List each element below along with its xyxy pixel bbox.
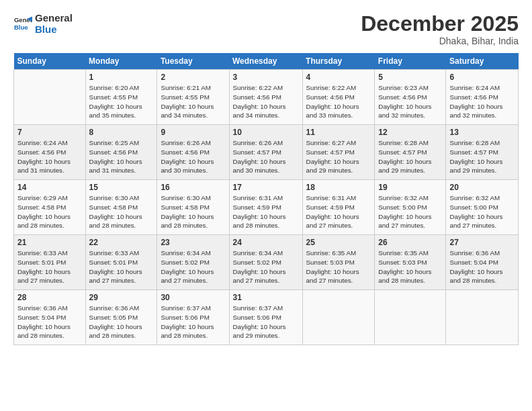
day-info: Sunrise: 6:37 AM Sunset: 5:06 PM Dayligh… — [233, 304, 299, 340]
day-number: 19 — [378, 183, 442, 192]
calendar-cell: 28Sunrise: 6:36 AM Sunset: 5:04 PM Dayli… — [14, 290, 86, 345]
calendar-cell: 22Sunrise: 6:33 AM Sunset: 5:01 PM Dayli… — [85, 235, 157, 290]
calendar-cell — [14, 70, 86, 125]
day-info: Sunrise: 6:28 AM Sunset: 4:57 PM Dayligh… — [378, 138, 442, 175]
day-info: Sunrise: 6:34 AM Sunset: 5:02 PM Dayligh… — [161, 248, 225, 285]
col-friday: Friday — [375, 53, 446, 70]
day-number: 21 — [17, 238, 82, 247]
day-number: 9 — [161, 128, 225, 137]
day-number: 16 — [161, 183, 225, 192]
week-row-1: 1Sunrise: 6:20 AM Sunset: 4:55 PM Daylig… — [14, 70, 519, 125]
calendar-cell: 7Sunrise: 6:24 AM Sunset: 4:56 PM Daylig… — [14, 125, 86, 180]
calendar-cell: 25Sunrise: 6:35 AM Sunset: 5:03 PM Dayli… — [302, 235, 375, 290]
day-info: Sunrise: 6:25 AM Sunset: 4:56 PM Dayligh… — [89, 138, 154, 175]
calendar-cell — [375, 290, 446, 345]
day-number: 27 — [449, 238, 515, 247]
logo-blue: Blue — [35, 24, 73, 35]
header-row: Sunday Monday Tuesday Wednesday Thursday… — [14, 53, 519, 70]
day-info: Sunrise: 6:36 AM Sunset: 5:05 PM Dayligh… — [89, 304, 154, 340]
day-number: 6 — [449, 73, 515, 82]
calendar-cell: 5Sunrise: 6:23 AM Sunset: 4:56 PM Daylig… — [375, 70, 446, 125]
day-number: 25 — [306, 238, 371, 247]
day-info: Sunrise: 6:35 AM Sunset: 5:03 PM Dayligh… — [306, 248, 371, 285]
calendar-cell — [446, 290, 519, 345]
calendar-cell: 11Sunrise: 6:27 AM Sunset: 4:57 PM Dayli… — [302, 125, 375, 180]
calendar-cell: 19Sunrise: 6:32 AM Sunset: 5:00 PM Dayli… — [375, 180, 446, 235]
day-number: 15 — [89, 183, 154, 192]
day-number: 11 — [306, 128, 371, 137]
title-block: December 2025 Dhaka, Bihar, India — [361, 12, 519, 46]
day-info: Sunrise: 6:37 AM Sunset: 5:06 PM Dayligh… — [161, 304, 225, 340]
col-thursday: Thursday — [302, 53, 375, 70]
calendar-cell — [302, 290, 375, 345]
day-number: 8 — [89, 128, 154, 137]
day-info: Sunrise: 6:23 AM Sunset: 4:56 PM Dayligh… — [378, 83, 442, 120]
day-number: 18 — [306, 183, 371, 192]
day-info: Sunrise: 6:34 AM Sunset: 5:02 PM Dayligh… — [233, 248, 299, 285]
calendar-cell: 18Sunrise: 6:31 AM Sunset: 4:59 PM Dayli… — [302, 180, 375, 235]
calendar-cell: 27Sunrise: 6:36 AM Sunset: 5:04 PM Dayli… — [446, 235, 519, 290]
calendar-cell: 2Sunrise: 6:21 AM Sunset: 4:55 PM Daylig… — [157, 70, 229, 125]
calendar-table: Sunday Monday Tuesday Wednesday Thursday… — [13, 53, 519, 345]
day-info: Sunrise: 6:35 AM Sunset: 5:03 PM Dayligh… — [378, 248, 442, 285]
logo: General Blue General Blue — [13, 12, 73, 36]
day-number: 28 — [17, 293, 82, 302]
day-number: 3 — [233, 73, 299, 82]
day-number: 14 — [17, 183, 82, 192]
day-info: Sunrise: 6:36 AM Sunset: 5:04 PM Dayligh… — [17, 304, 82, 340]
month-title: December 2025 — [361, 12, 519, 36]
logo-general: General — [35, 12, 73, 24]
day-info: Sunrise: 6:30 AM Sunset: 4:58 PM Dayligh… — [161, 193, 225, 230]
day-info: Sunrise: 6:22 AM Sunset: 4:56 PM Dayligh… — [306, 83, 371, 120]
calendar-cell: 31Sunrise: 6:37 AM Sunset: 5:06 PM Dayli… — [229, 290, 302, 345]
calendar-cell: 21Sunrise: 6:33 AM Sunset: 5:01 PM Dayli… — [14, 235, 86, 290]
day-number: 30 — [161, 293, 225, 302]
calendar-cell: 4Sunrise: 6:22 AM Sunset: 4:56 PM Daylig… — [302, 70, 375, 125]
col-wednesday: Wednesday — [229, 53, 302, 70]
calendar-cell: 15Sunrise: 6:30 AM Sunset: 4:58 PM Dayli… — [85, 180, 157, 235]
calendar-cell: 23Sunrise: 6:34 AM Sunset: 5:02 PM Dayli… — [157, 235, 229, 290]
location-subtitle: Dhaka, Bihar, India — [361, 36, 519, 46]
calendar-cell: 30Sunrise: 6:37 AM Sunset: 5:06 PM Dayli… — [157, 290, 229, 345]
col-tuesday: Tuesday — [157, 53, 229, 70]
day-info: Sunrise: 6:27 AM Sunset: 4:57 PM Dayligh… — [306, 138, 371, 175]
calendar-cell: 24Sunrise: 6:34 AM Sunset: 5:02 PM Dayli… — [229, 235, 302, 290]
col-saturday: Saturday — [446, 53, 519, 70]
day-info: Sunrise: 6:20 AM Sunset: 4:55 PM Dayligh… — [89, 83, 154, 120]
day-number: 5 — [378, 73, 442, 82]
day-number: 23 — [161, 238, 225, 247]
day-number: 31 — [233, 293, 299, 302]
day-info: Sunrise: 6:32 AM Sunset: 5:00 PM Dayligh… — [378, 193, 442, 230]
day-number: 1 — [89, 73, 154, 82]
day-number: 13 — [449, 128, 515, 137]
calendar-cell: 1Sunrise: 6:20 AM Sunset: 4:55 PM Daylig… — [85, 70, 157, 125]
svg-text:Blue: Blue — [14, 24, 28, 31]
day-number: 20 — [449, 183, 515, 192]
calendar-cell: 26Sunrise: 6:35 AM Sunset: 5:03 PM Dayli… — [375, 235, 446, 290]
day-number: 10 — [233, 128, 299, 137]
day-info: Sunrise: 6:33 AM Sunset: 5:01 PM Dayligh… — [89, 248, 154, 285]
logo-icon: General Blue — [13, 14, 32, 33]
calendar-cell: 6Sunrise: 6:24 AM Sunset: 4:56 PM Daylig… — [446, 70, 519, 125]
day-info: Sunrise: 6:33 AM Sunset: 5:01 PM Dayligh… — [17, 248, 82, 285]
calendar-cell: 17Sunrise: 6:31 AM Sunset: 4:59 PM Dayli… — [229, 180, 302, 235]
day-number: 17 — [233, 183, 299, 192]
week-row-2: 7Sunrise: 6:24 AM Sunset: 4:56 PM Daylig… — [14, 125, 519, 180]
day-number: 29 — [89, 293, 154, 302]
week-row-3: 14Sunrise: 6:29 AM Sunset: 4:58 PM Dayli… — [14, 180, 519, 235]
day-info: Sunrise: 6:26 AM Sunset: 4:56 PM Dayligh… — [161, 138, 225, 175]
day-info: Sunrise: 6:31 AM Sunset: 4:59 PM Dayligh… — [233, 193, 299, 230]
calendar-cell: 9Sunrise: 6:26 AM Sunset: 4:56 PM Daylig… — [157, 125, 229, 180]
calendar-cell: 10Sunrise: 6:26 AM Sunset: 4:57 PM Dayli… — [229, 125, 302, 180]
day-number: 26 — [378, 238, 442, 247]
week-row-5: 28Sunrise: 6:36 AM Sunset: 5:04 PM Dayli… — [14, 290, 519, 345]
day-number: 2 — [161, 73, 225, 82]
day-info: Sunrise: 6:26 AM Sunset: 4:57 PM Dayligh… — [233, 138, 299, 175]
week-row-4: 21Sunrise: 6:33 AM Sunset: 5:01 PM Dayli… — [14, 235, 519, 290]
day-number: 24 — [233, 238, 299, 247]
calendar-cell: 8Sunrise: 6:25 AM Sunset: 4:56 PM Daylig… — [85, 125, 157, 180]
day-info: Sunrise: 6:28 AM Sunset: 4:57 PM Dayligh… — [449, 138, 515, 175]
day-info: Sunrise: 6:29 AM Sunset: 4:58 PM Dayligh… — [17, 193, 82, 230]
day-info: Sunrise: 6:30 AM Sunset: 4:58 PM Dayligh… — [89, 193, 154, 230]
day-info: Sunrise: 6:31 AM Sunset: 4:59 PM Dayligh… — [306, 193, 371, 230]
